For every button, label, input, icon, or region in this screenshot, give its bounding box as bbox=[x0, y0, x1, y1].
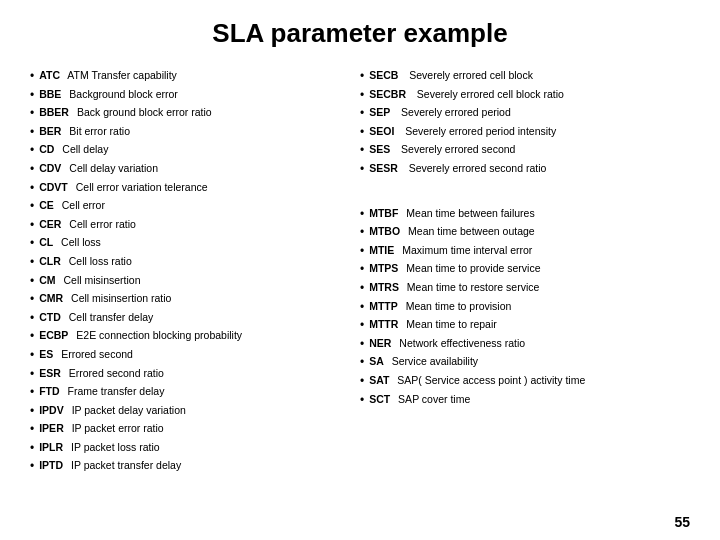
list-item: IPLR IP packet loss ratio bbox=[30, 439, 340, 458]
list-item: SEP Severely errored period bbox=[360, 104, 690, 123]
list-item: BER Bit error ratio bbox=[30, 123, 340, 142]
list-item: BBE Background block error bbox=[30, 86, 340, 105]
list-item: SESR Severely errored second ratio bbox=[360, 160, 690, 179]
list-item: MTBO Mean time between outage bbox=[360, 223, 690, 242]
list-item: IPDV IP packet delay variation bbox=[30, 402, 340, 421]
right-top-list: SECB Severely errored cell blockSECBR Se… bbox=[360, 67, 690, 179]
left-column: ATC ATM Transfer capabilityBBE Backgroun… bbox=[30, 67, 340, 476]
list-item: CDVT Cell error variation telerance bbox=[30, 179, 340, 198]
list-item: CM Cell misinsertion bbox=[30, 272, 340, 291]
list-item: SA Service availability bbox=[360, 353, 690, 372]
list-item: MTTR Mean time to repair bbox=[360, 316, 690, 335]
content-area: ATC ATM Transfer capabilityBBE Backgroun… bbox=[30, 67, 690, 476]
right-column: SECB Severely errored cell blockSECBR Se… bbox=[360, 67, 690, 476]
list-item: CD Cell delay bbox=[30, 141, 340, 160]
list-item: MTIE Maximum time interval error bbox=[360, 242, 690, 261]
list-item: FTD Frame transfer delay bbox=[30, 383, 340, 402]
list-item: ES Errored second bbox=[30, 346, 340, 365]
list-item: SECBR Severely errored cell block ratio bbox=[360, 86, 690, 105]
list-item: MTTP Mean time to provision bbox=[360, 298, 690, 317]
page-title: SLA parameter example bbox=[30, 18, 690, 49]
list-item: SEOI Severely errored period intensity bbox=[360, 123, 690, 142]
left-list: ATC ATM Transfer capabilityBBE Backgroun… bbox=[30, 67, 340, 476]
list-item: IPTD IP packet transfer delay bbox=[30, 457, 340, 476]
list-item: MTBF Mean time between failures bbox=[360, 205, 690, 224]
list-item: CL Cell loss bbox=[30, 234, 340, 253]
page-number: 55 bbox=[674, 514, 690, 530]
right-bottom-list: MTBF Mean time between failuresMTBO Mean… bbox=[360, 205, 690, 410]
list-item: CLR Cell loss ratio bbox=[30, 253, 340, 272]
list-item: BBER Back ground block error ratio bbox=[30, 104, 340, 123]
list-item: MTRS Mean time to restore service bbox=[360, 279, 690, 298]
page: SLA parameter example ATC ATM Transfer c… bbox=[0, 0, 720, 540]
list-item: CTD Cell transfer delay bbox=[30, 309, 340, 328]
list-item: SAT SAP( Service access point ) activity… bbox=[360, 372, 690, 391]
list-item: ESR Errored second ratio bbox=[30, 365, 340, 384]
list-item: CE Cell error bbox=[30, 197, 340, 216]
list-item: MTPS Mean time to provide service bbox=[360, 260, 690, 279]
list-item: ECBP E2E connection blocking probability bbox=[30, 327, 340, 346]
list-item: SES Severely errored second bbox=[360, 141, 690, 160]
list-item: SECB Severely errored cell block bbox=[360, 67, 690, 86]
list-item: IPER IP packet error ratio bbox=[30, 420, 340, 439]
list-item: CDV Cell delay variation bbox=[30, 160, 340, 179]
list-item: SCT SAP cover time bbox=[360, 391, 690, 410]
list-item: CER Cell error ratio bbox=[30, 216, 340, 235]
list-item: NER Network effectiveness ratio bbox=[360, 335, 690, 354]
list-item: ATC ATM Transfer capability bbox=[30, 67, 340, 86]
list-item: CMR Cell misinsertion ratio bbox=[30, 290, 340, 309]
